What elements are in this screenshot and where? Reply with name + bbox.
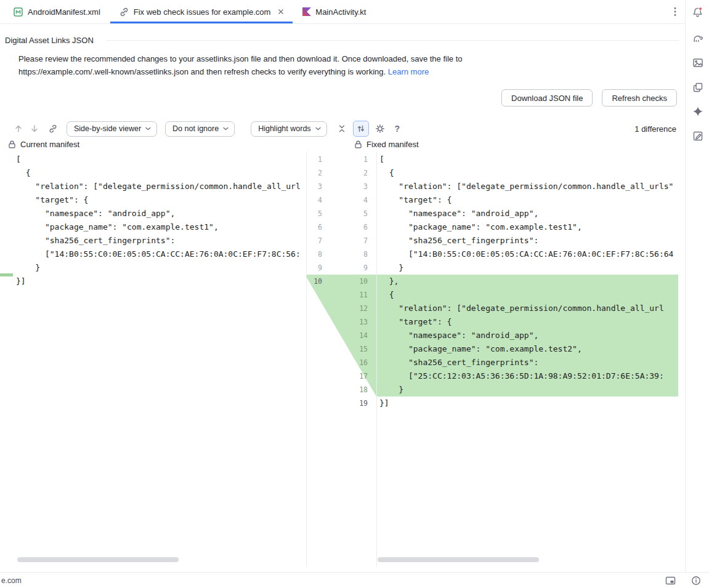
viewer-mode-select[interactable]: Side-by-side viewer <box>67 121 157 137</box>
line-number: 10 <box>341 275 368 288</box>
line-number: 3 <box>307 180 322 193</box>
code-line: { <box>377 166 678 180</box>
line-number: 18 <box>341 383 368 397</box>
action-button-row: Download JSON file Refresh checks <box>0 89 685 107</box>
previous-difference-icon[interactable] <box>12 123 25 135</box>
inspections-status-icon[interactable] <box>691 576 701 586</box>
app-insights-icon[interactable] <box>691 129 705 143</box>
code-line: }] <box>377 397 678 410</box>
sync-scrolling-toggle[interactable] <box>353 121 369 137</box>
description-line-1: Please review the recommended changes to… <box>18 54 462 63</box>
notifications-bell-icon[interactable] <box>691 6 705 20</box>
current-manifest-pane[interactable]: [ { "relation": ["delegate_permission/co… <box>0 151 306 566</box>
code-line: "sha256_cert_fingerprints": <box>377 234 678 248</box>
status-text: e.com <box>0 576 22 585</box>
line-number: 4 <box>307 193 322 207</box>
build-variants-icon[interactable] <box>691 80 705 94</box>
tab-label: AndroidManifest.xml <box>28 7 100 17</box>
next-difference-icon[interactable] <box>28 123 41 135</box>
collapse-unchanged-icon[interactable] <box>336 123 348 135</box>
gradle-icon[interactable] <box>691 31 705 46</box>
jump-to-source-icon[interactable] <box>47 123 59 135</box>
code-line: "namespace": "android_app", <box>377 329 678 342</box>
line-number: 15 <box>341 342 368 356</box>
download-json-button[interactable]: Download JSON file <box>501 89 593 107</box>
section-divider <box>106 40 679 41</box>
highlight-mode-value: Highlight words <box>258 124 310 133</box>
line-number: 13 <box>341 315 368 329</box>
line-number: 7 <box>341 234 368 248</box>
description-text: Please review the recommended changes to… <box>18 52 644 78</box>
code-line: "target": { <box>377 193 678 207</box>
ignore-policy-select[interactable]: Do not ignore <box>165 121 235 137</box>
more-options-icon[interactable] <box>670 6 681 17</box>
line-number: 7 <box>307 234 322 248</box>
link-icon <box>119 7 129 17</box>
code-line: "relation": ["delegate_permission/common… <box>0 180 306 193</box>
learn-more-link[interactable]: Learn more <box>388 67 429 76</box>
gemini-icon[interactable] <box>691 104 705 118</box>
line-number: 1 <box>307 153 322 166</box>
section-title: Digital Asset Links JSON <box>5 36 94 45</box>
line-number: 11 <box>341 288 368 302</box>
code-line: } <box>377 383 678 397</box>
code-line: "target": { <box>377 315 678 329</box>
right-pane-title-label: Fixed manifest <box>367 140 419 149</box>
code-line: "package_name": "com.example.test1", <box>0 220 306 234</box>
tab-androidmanifest[interactable]: AndroidManifest.xml <box>4 0 110 23</box>
line-number: 6 <box>307 220 322 234</box>
code-line: [ <box>377 153 678 166</box>
refresh-checks-button[interactable]: Refresh checks <box>602 89 677 107</box>
code-line: }] <box>0 275 306 288</box>
line-number: 8 <box>307 248 322 261</box>
ignore-policy-value: Do not ignore <box>172 124 219 133</box>
manifest-file-icon <box>13 7 23 17</box>
line-number: 2 <box>341 166 368 180</box>
code-line: ["25:CC:12:03:A5:36:36:5D:1A:98:A9:52:01… <box>377 369 678 383</box>
code-line: { <box>377 288 678 302</box>
pip-window-icon[interactable] <box>665 576 676 586</box>
fixed-manifest-code: [ { "relation": ["delegate_permission/co… <box>377 153 678 410</box>
code-line: "target": { <box>0 193 306 207</box>
left-line-numbers: 12345678910 <box>307 153 322 288</box>
code-line: ["14:B0:55:C0:0E:05:05:CA:CC:AE:76:0A:0C… <box>0 248 306 261</box>
highlight-mode-select[interactable]: Highlight words <box>251 121 326 137</box>
code-line: } <box>0 261 306 275</box>
status-bar-icons <box>665 576 701 586</box>
code-line: "relation": ["delegate_permission/common… <box>377 180 678 193</box>
right-horizontal-scrollbar[interactable] <box>378 557 539 562</box>
line-number: 17 <box>341 369 368 383</box>
line-number: 8 <box>341 248 368 261</box>
line-number: 6 <box>341 220 368 234</box>
code-line: ["14:B0:55:C0:0E:05:05:CA:CC:AE:76:0A:0C… <box>377 248 678 261</box>
tab-mainactivity[interactable]: MainActivity.kt <box>293 0 375 23</box>
code-line: "sha256_cert_fingerprints": <box>0 234 306 248</box>
fixed-manifest-pane[interactable]: [ { "relation": ["delegate_permission/co… <box>377 151 678 566</box>
help-icon[interactable]: ? <box>395 124 400 134</box>
line-number: 19 <box>341 397 368 410</box>
line-number: 10 <box>307 275 322 288</box>
lock-icon <box>354 140 362 149</box>
resource-manager-icon[interactable] <box>691 55 705 70</box>
code-line: { <box>0 166 306 180</box>
line-number: 5 <box>341 207 368 220</box>
code-line: "relation": ["delegate_permission/common… <box>377 302 678 315</box>
code-line: "package_name": "com.example.test1", <box>377 220 678 234</box>
tab-fix-web-check[interactable]: Fix web check issues for example.com <box>110 0 294 23</box>
current-manifest-code: [ { "relation": ["delegate_permission/co… <box>0 153 306 288</box>
difference-count: 1 difference <box>634 124 676 134</box>
code-line: }, <box>377 275 678 288</box>
right-line-numbers: 12345678910111213141516171819 <box>341 153 368 410</box>
code-line: "package_name": "com.example.test2", <box>377 342 678 356</box>
code-line: "sha256_cert_fingerprints": <box>377 356 678 369</box>
line-number: 2 <box>307 166 322 180</box>
settings-gear-icon[interactable] <box>374 123 386 135</box>
chevron-down-icon <box>315 127 321 131</box>
line-number: 9 <box>307 261 322 275</box>
android-studio-window: AndroidManifest.xml Fix web check issues… <box>0 0 709 588</box>
left-horizontal-scrollbar[interactable] <box>17 557 179 562</box>
code-line: } <box>377 261 678 275</box>
line-number: 1 <box>341 153 368 166</box>
editor-tab-bar: AndroidManifest.xml Fix web check issues… <box>0 0 685 24</box>
close-icon[interactable] <box>278 9 284 15</box>
